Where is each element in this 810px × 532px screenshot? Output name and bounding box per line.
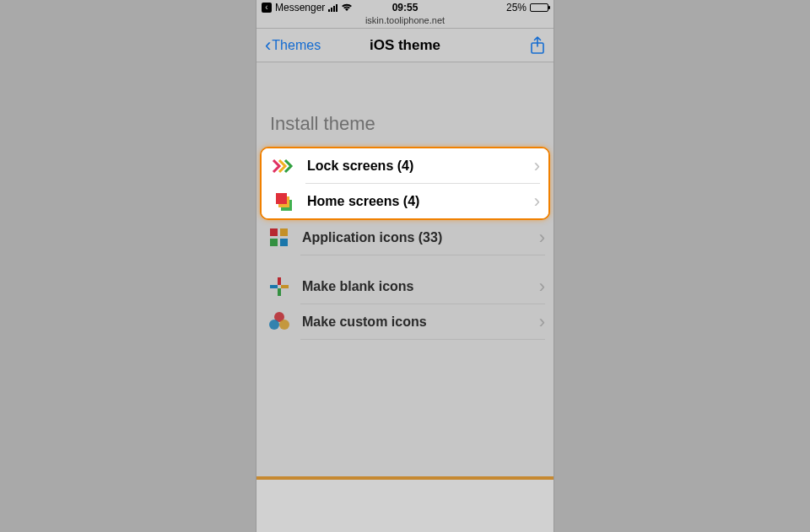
plus-icon — [267, 274, 292, 299]
row-label: Lock screens (4) — [307, 159, 534, 174]
chevron-right-icon: › — [539, 311, 545, 333]
bottom-area — [256, 480, 554, 532]
nav-back-label: Themes — [272, 38, 321, 53]
grid-icon — [267, 225, 292, 250]
svg-rect-6 — [270, 239, 278, 246]
nav-bar: ‹ Themes iOS theme — [256, 29, 554, 62]
nav-back-button[interactable]: ‹ Themes — [265, 35, 321, 56]
wifi-icon — [341, 3, 353, 12]
svg-rect-5 — [280, 228, 288, 236]
section-header: Install theme — [256, 113, 554, 147]
url-bar[interactable]: iskin.tooliphone.net — [256, 15, 554, 29]
group-gap — [256, 255, 554, 269]
status-time: 09:55 — [392, 2, 418, 13]
chevron-right-icon: › — [539, 227, 545, 249]
stacked-squares-icon — [272, 189, 297, 214]
signal-icon — [328, 4, 338, 12]
svg-rect-10 — [278, 288, 281, 296]
row-make-custom-icons[interactable]: Make custom icons › — [256, 304, 554, 339]
row-make-blank-icons[interactable]: Make blank icons › — [256, 269, 554, 304]
share-icon — [530, 36, 545, 55]
svg-rect-8 — [278, 277, 281, 285]
row-lock-screens[interactable]: Lock screens (4) › — [262, 148, 548, 183]
share-button[interactable] — [530, 36, 545, 55]
row-label: Application icons (33) — [302, 230, 539, 245]
row-home-screens[interactable]: Home screens (4) › — [262, 184, 548, 218]
circles-icon — [267, 309, 292, 335]
chevron-right-icon: › — [534, 191, 540, 212]
chevron-right-icon: › — [534, 155, 540, 177]
svg-rect-11 — [270, 285, 278, 288]
page-title: iOS theme — [370, 37, 440, 54]
svg-rect-4 — [270, 228, 278, 236]
chevron-right-icon: › — [539, 276, 545, 298]
content: Install theme Lock screens (4) › — [256, 62, 554, 340]
svg-rect-7 — [280, 239, 288, 246]
row-divider — [300, 339, 545, 340]
highlighted-rows: Lock screens (4) › Home screens (4) › — [260, 147, 550, 220]
svg-rect-3 — [276, 193, 287, 204]
svg-point-13 — [279, 320, 289, 330]
back-app-label[interactable]: Messenger — [275, 2, 325, 13]
row-label: Home screens (4) — [307, 194, 534, 209]
chevron-left-icon: ‹ — [265, 35, 271, 56]
row-label: Make custom icons — [302, 314, 539, 330]
battery-pct: 25% — [506, 2, 526, 13]
svg-rect-9 — [281, 285, 289, 288]
phone-frame: ‹ Messenger 09:55 25% iskin.tooliphone.n… — [256, 0, 554, 532]
status-right: 25% — [506, 2, 548, 13]
row-application-icons[interactable]: Application icons (33) › — [256, 220, 554, 255]
chevrons-icon — [272, 153, 297, 179]
svg-point-14 — [269, 320, 279, 330]
battery-icon — [530, 3, 548, 12]
back-app-icon[interactable]: ‹ — [262, 3, 272, 13]
status-left: ‹ Messenger — [262, 2, 353, 13]
status-bar: ‹ Messenger 09:55 25% — [256, 0, 554, 15]
row-label: Make blank icons — [302, 279, 539, 294]
